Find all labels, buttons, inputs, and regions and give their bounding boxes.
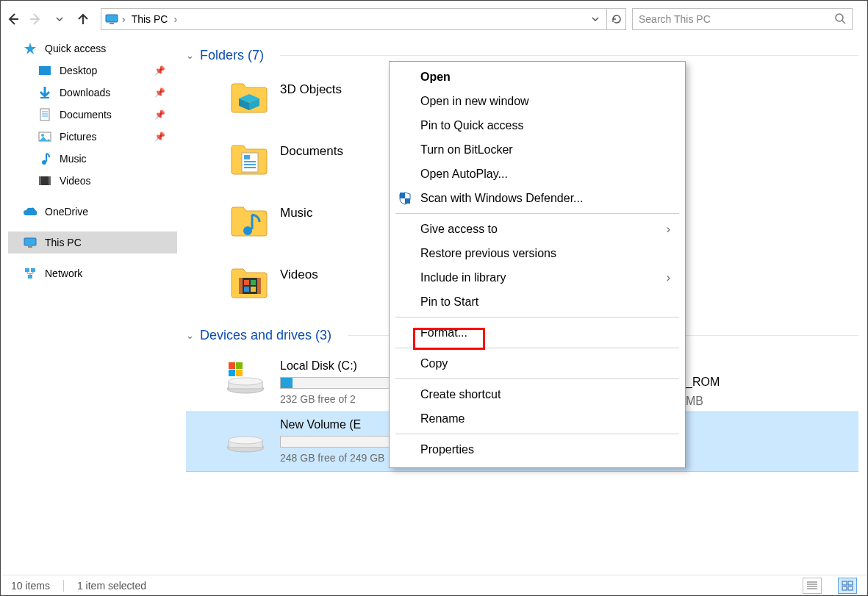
- svg-rect-7: [40, 97, 49, 98]
- status-selected-count: 1 item selected: [77, 580, 146, 592]
- tree-music[interactable]: Music: [8, 148, 177, 170]
- tree-this-pc[interactable]: This PC: [8, 231, 177, 254]
- refresh-button[interactable]: [607, 8, 626, 30]
- chevron-down-icon: ⌄: [186, 50, 194, 61]
- breadcrumb-this-pc[interactable]: This PC: [129, 13, 171, 25]
- svg-rect-37: [244, 287, 249, 292]
- svg-rect-35: [244, 280, 249, 285]
- obscured-drive-text: _ROM MB: [686, 373, 720, 411]
- svg-rect-42: [229, 362, 235, 369]
- defender-shield-icon: [397, 192, 413, 205]
- ctx-properties[interactable]: Properties: [390, 437, 685, 462]
- svg-rect-50: [405, 198, 410, 204]
- svg-rect-3: [110, 23, 114, 24]
- svg-point-31: [243, 226, 252, 235]
- svg-rect-55: [842, 581, 847, 585]
- tree-videos[interactable]: Videos: [8, 170, 177, 192]
- svg-point-48: [229, 437, 262, 444]
- ctx-separator: [395, 317, 679, 317]
- svg-rect-58: [848, 586, 853, 590]
- svg-rect-2: [106, 15, 118, 22]
- submenu-arrow-icon: ›: [667, 223, 670, 236]
- ctx-pin-start[interactable]: Pin to Start: [390, 290, 685, 314]
- ctx-bitlocker[interactable]: Turn on BitLocker: [390, 137, 685, 162]
- tree-item-label: This PC: [45, 237, 82, 248]
- svg-rect-19: [28, 246, 32, 248]
- ctx-give-access[interactable]: Give access to›: [390, 217, 685, 241]
- tree-item-label: Documents: [60, 109, 112, 121]
- tree-network[interactable]: Network: [8, 262, 177, 284]
- svg-point-41: [229, 378, 262, 385]
- ctx-defender[interactable]: Scan with Windows Defender...: [390, 186, 685, 210]
- tree-item-label: Pictures: [60, 131, 97, 143]
- group-count: (7): [248, 48, 264, 62]
- ctx-copy[interactable]: Copy: [390, 351, 685, 376]
- submenu-arrow-icon: ›: [667, 271, 670, 284]
- svg-line-5: [842, 21, 845, 24]
- svg-rect-18: [24, 238, 36, 245]
- group-label: Devices and drives: [200, 328, 312, 342]
- svg-rect-43: [236, 362, 243, 369]
- group-count: (3): [315, 328, 331, 342]
- svg-rect-49: [400, 193, 405, 198]
- svg-rect-6: [39, 66, 51, 75]
- search-icon: [834, 12, 846, 26]
- onedrive-icon: [23, 205, 37, 218]
- view-tiles-button[interactable]: [838, 578, 857, 594]
- drive-os-icon: [223, 358, 268, 396]
- tree-downloads[interactable]: Downloads 📌: [8, 82, 177, 104]
- svg-point-4: [836, 14, 843, 21]
- address-dropdown-icon[interactable]: [587, 15, 603, 23]
- tree-item-label: Quick access: [45, 43, 106, 54]
- search-input[interactable]: Search This PC: [632, 8, 853, 30]
- downloads-icon: [37, 86, 52, 99]
- breadcrumb-separator-icon[interactable]: ›: [119, 13, 129, 25]
- svg-rect-8: [40, 109, 49, 121]
- ctx-pin-quick-access[interactable]: Pin to Quick access: [390, 113, 685, 137]
- ctx-autoplay[interactable]: Open AutoPlay...: [390, 162, 685, 186]
- tree-item-label: Network: [45, 268, 82, 279]
- svg-rect-21: [31, 268, 35, 272]
- videos-icon: [37, 174, 52, 187]
- recent-locations-dropdown[interactable]: [48, 8, 71, 30]
- tree-pictures[interactable]: Pictures 📌: [8, 126, 177, 148]
- tree-quick-access[interactable]: Quick access: [8, 37, 177, 60]
- up-button[interactable]: [71, 8, 95, 30]
- ctx-separator: [395, 213, 679, 214]
- ctx-open[interactable]: Open: [390, 65, 685, 89]
- folder-icon: [230, 140, 268, 178]
- ctx-restore-versions[interactable]: Restore previous versions: [390, 241, 685, 265]
- breadcrumb-separator-icon[interactable]: ›: [171, 13, 180, 25]
- svg-rect-36: [251, 280, 256, 285]
- ctx-include-library[interactable]: Include in library›: [390, 265, 685, 290]
- pictures-icon: [37, 130, 52, 143]
- tree-item-label: Music: [60, 153, 87, 165]
- ctx-rename[interactable]: Rename: [390, 406, 685, 431]
- search-placeholder: Search This PC: [639, 13, 711, 25]
- view-details-button[interactable]: [803, 578, 822, 594]
- this-pc-icon: [23, 236, 37, 249]
- svg-rect-16: [39, 176, 41, 185]
- pin-icon: 📌: [154, 132, 165, 142]
- tree-desktop[interactable]: Desktop 📌: [8, 60, 177, 82]
- svg-rect-56: [848, 581, 853, 585]
- svg-rect-17: [49, 176, 51, 185]
- tree-onedrive[interactable]: OneDrive: [8, 201, 177, 223]
- address-bar[interactable]: › This PC ›: [101, 8, 607, 30]
- ctx-open-new-window[interactable]: Open in new window: [390, 89, 685, 113]
- svg-rect-27: [244, 155, 250, 159]
- svg-rect-38: [251, 287, 256, 292]
- svg-rect-44: [229, 370, 235, 376]
- chevron-down-icon: ⌄: [186, 330, 194, 341]
- music-icon: [37, 152, 52, 165]
- back-button[interactable]: [1, 8, 24, 30]
- ctx-create-shortcut[interactable]: Create shortcut: [390, 382, 685, 406]
- ctx-format[interactable]: Format...: [390, 320, 685, 345]
- forward-button[interactable]: [24, 8, 48, 30]
- svg-point-14: [42, 160, 46, 165]
- svg-rect-34: [257, 278, 261, 294]
- pin-icon: 📌: [154, 65, 165, 76]
- drive-usage-bar: [280, 377, 398, 389]
- tree-documents[interactable]: Documents 📌: [8, 104, 177, 126]
- svg-point-13: [41, 134, 44, 137]
